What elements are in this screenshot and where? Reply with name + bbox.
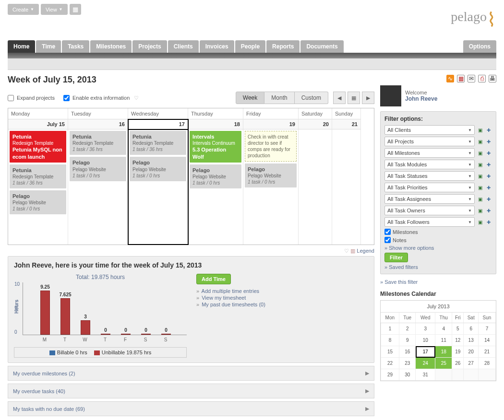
tab-options[interactable]: Options bbox=[463, 40, 496, 53]
mini-cal-day[interactable]: 29 bbox=[381, 369, 399, 381]
filter-save-icon[interactable]: ▣ bbox=[477, 219, 483, 225]
mini-cal-day[interactable]: 4 bbox=[435, 323, 452, 335]
calendar-icon[interactable]: ▦ bbox=[457, 75, 465, 82]
tab-home[interactable]: Home bbox=[8, 40, 35, 53]
calendar-card[interactable]: PelagoPelago Website1 task / 0 hrs bbox=[70, 157, 126, 181]
mini-cal-day[interactable]: 7 bbox=[478, 323, 495, 335]
pdf-icon[interactable]: ⎙ bbox=[478, 75, 486, 82]
calendar-card[interactable]: Check in with creat director to see if c… bbox=[245, 131, 297, 162]
day-cell[interactable]: PetuniaRedesign TemplatePetunia MySQL no… bbox=[8, 129, 68, 245]
mini-cal-day[interactable]: 14 bbox=[478, 335, 495, 346]
saved-filters-link[interactable]: » Saved filters bbox=[384, 264, 492, 270]
calendar-card[interactable]: PelagoPelago Website1 task / 0 hrs bbox=[190, 164, 241, 188]
filter-lock-icon[interactable]: ✚ bbox=[485, 173, 492, 179]
day-cell[interactable]: PetuniaRedesign Template1 task / 36 hrsP… bbox=[128, 129, 188, 245]
mini-cal-day[interactable]: 13 bbox=[464, 335, 479, 346]
filter-save-icon[interactable]: ▣ bbox=[477, 207, 483, 214]
calendar-card[interactable]: PetuniaRedesign Template1 task / 36 hrs bbox=[130, 131, 186, 155]
calendar-card[interactable]: PelagoPelago Website1 task / 0 hrs bbox=[10, 190, 66, 214]
filter-select[interactable]: All Task Modules▼ bbox=[384, 160, 475, 169]
notes-checkbox[interactable] bbox=[384, 237, 391, 243]
today-button[interactable]: ▦ bbox=[348, 92, 360, 104]
filter-lock-icon[interactable]: ✚ bbox=[485, 207, 492, 214]
add-time-button[interactable]: Add Time bbox=[196, 274, 231, 284]
view-month-button[interactable]: Month bbox=[264, 92, 294, 104]
filter-select[interactable]: All Milestones▼ bbox=[384, 148, 475, 158]
save-this-filter-link[interactable]: » Save this filter bbox=[380, 279, 496, 285]
filter-save-icon[interactable]: ▣ bbox=[477, 184, 483, 191]
tab-time[interactable]: Time bbox=[36, 40, 61, 53]
time-link[interactable]: View my timesheet bbox=[202, 295, 246, 301]
mini-cal-day[interactable]: 9 bbox=[399, 335, 416, 346]
tab-clients[interactable]: Clients bbox=[168, 40, 199, 53]
filter-save-icon[interactable]: ▣ bbox=[477, 150, 483, 156]
mini-cal-day[interactable]: 24 bbox=[416, 358, 435, 369]
filter-lock-icon[interactable]: ✚ bbox=[485, 127, 492, 133]
filter-save-icon[interactable]: ▣ bbox=[477, 173, 483, 179]
filter-save-icon[interactable]: ▣ bbox=[477, 161, 483, 168]
filter-save-icon[interactable]: ▣ bbox=[477, 138, 483, 145]
filter-lock-icon[interactable]: ✚ bbox=[485, 219, 492, 225]
calendar-card[interactable]: PetuniaRedesign TemplatePetunia MySQL no… bbox=[10, 131, 66, 163]
calendar-card[interactable]: PetuniaRedesign Template1 task / 36 hrs bbox=[70, 131, 126, 155]
accordion-row[interactable]: My overdue milestones (2)▶ bbox=[8, 366, 374, 381]
accordion-row[interactable]: My tasks with no due date (69)▶ bbox=[8, 401, 374, 416]
mini-cal-day[interactable]: 10 bbox=[416, 335, 435, 346]
mini-cal-day[interactable]: 26 bbox=[452, 358, 464, 369]
filter-button[interactable]: Filter bbox=[384, 253, 408, 262]
view-custom-button[interactable]: Custom bbox=[295, 92, 328, 104]
mini-cal-day[interactable]: 16 bbox=[399, 346, 416, 358]
filter-select[interactable]: All Task Statuses▼ bbox=[384, 171, 475, 181]
tab-people[interactable]: People bbox=[235, 40, 265, 53]
mini-cal-day[interactable]: 18 bbox=[435, 346, 452, 358]
filter-lock-icon[interactable]: ✚ bbox=[485, 138, 492, 145]
create-button[interactable]: Create ▼ bbox=[8, 4, 39, 15]
mini-cal-day[interactable]: 23 bbox=[399, 358, 416, 369]
mini-cal-day[interactable]: 20 bbox=[464, 346, 479, 358]
filter-lock-icon[interactable]: ✚ bbox=[485, 196, 492, 202]
mail-icon[interactable]: ✉ bbox=[468, 75, 475, 82]
mini-cal-day[interactable]: 1 bbox=[381, 323, 399, 335]
mini-cal-day[interactable]: 12 bbox=[452, 335, 464, 346]
mini-cal-day[interactable]: 30 bbox=[399, 369, 416, 381]
rss-icon[interactable]: ∿ bbox=[446, 75, 454, 82]
enable-extra-checkbox[interactable] bbox=[63, 95, 70, 101]
mini-cal-day[interactable]: 25 bbox=[435, 358, 452, 369]
mini-cal-day[interactable]: 27 bbox=[464, 358, 479, 369]
mini-cal-day[interactable]: 31 bbox=[416, 369, 435, 381]
accordion-row[interactable]: My overdue tasks (40)▶ bbox=[8, 384, 374, 398]
welcome-name[interactable]: John Reeve bbox=[405, 95, 437, 102]
prev-week-button[interactable]: ◀ bbox=[333, 92, 346, 104]
filter-lock-icon[interactable]: ✚ bbox=[485, 150, 492, 156]
show-more-options-link[interactable]: » Show more options bbox=[384, 245, 492, 251]
tab-tasks[interactable]: Tasks bbox=[62, 40, 89, 53]
filter-lock-icon[interactable]: ✚ bbox=[485, 184, 492, 191]
view-week-button[interactable]: Week bbox=[236, 92, 264, 104]
mini-cal-day[interactable]: 15 bbox=[381, 346, 399, 358]
filter-select[interactable]: All Projects▼ bbox=[384, 137, 475, 146]
filter-select[interactable]: All Task Owners▼ bbox=[384, 206, 475, 215]
day-cell[interactable]: IntervalsIntervals Continuum5.3 Operatio… bbox=[188, 129, 243, 245]
mini-cal-day[interactable]: 21 bbox=[478, 346, 495, 358]
mini-cal-day[interactable]: 6 bbox=[464, 323, 479, 335]
view-button[interactable]: View ▼ bbox=[41, 4, 68, 15]
calendar-card[interactable]: IntervalsIntervals Continuum5.3 Operatio… bbox=[190, 131, 241, 163]
tab-reports[interactable]: Reports bbox=[266, 40, 300, 53]
filter-lock-icon[interactable]: ✚ bbox=[485, 161, 492, 168]
filter-select[interactable]: All Task Followers▼ bbox=[384, 217, 475, 227]
tab-milestones[interactable]: Milestones bbox=[90, 40, 132, 53]
mini-cal-day[interactable]: 2 bbox=[399, 323, 416, 335]
milestones-checkbox[interactable] bbox=[384, 229, 391, 235]
expand-projects-checkbox[interactable] bbox=[8, 95, 14, 101]
calendar-card[interactable]: PetuniaRedesign Template1 task / 36 hrs bbox=[10, 164, 66, 188]
mini-cal-day[interactable]: 3 bbox=[416, 323, 435, 335]
day-cell[interactable] bbox=[299, 129, 332, 245]
mini-cal-day[interactable]: 8 bbox=[381, 335, 399, 346]
calendar-card[interactable]: PelagoPelago Website1 task / 0 hrs bbox=[245, 163, 297, 187]
calendar-card[interactable]: PelagoPelago Website1 task / 0 hrs bbox=[130, 157, 186, 181]
filter-select[interactable]: All Task Assignees▼ bbox=[384, 194, 475, 204]
mini-cal-day[interactable]: 11 bbox=[435, 335, 452, 346]
print-icon[interactable]: 🖶 bbox=[489, 75, 496, 82]
mini-cal-day[interactable]: 17 bbox=[416, 346, 435, 358]
tab-projects[interactable]: Projects bbox=[132, 40, 167, 53]
